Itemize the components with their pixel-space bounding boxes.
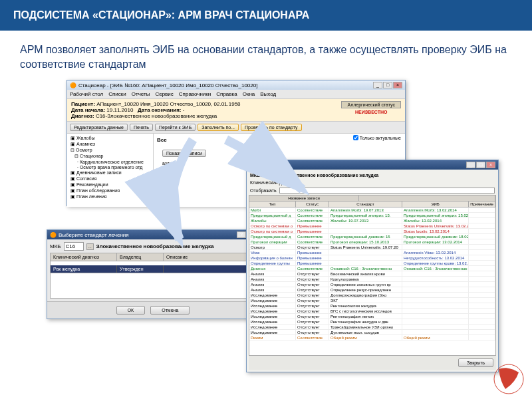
dialog-table-header: Клинический диагноз Владелец Описание: [50, 253, 256, 261]
select-standard-dialog: 🟠Выберите стандарт лечения ?× МКБ ... Зл…: [47, 229, 259, 319]
menu-item[interactable]: Окна: [243, 91, 255, 97]
fill-button[interactable]: Заполнить по...: [198, 124, 239, 131]
check-table-row[interactable]: Информация о болезнПревышениеНетрудоспос…: [249, 255, 495, 261]
minimize-button[interactable]: _: [373, 82, 382, 88]
print-button[interactable]: Печать: [130, 124, 153, 131]
goto-button[interactable]: Перейти к ЭИБ: [155, 124, 196, 131]
check-table-row[interactable]: РежимСоответствиеОбщий режимОбщий режим: [249, 335, 495, 340]
mkb-name: Злокачественное новообразование желудка: [96, 243, 214, 249]
close-button[interactable]: Закрыть: [458, 358, 493, 367]
check-table-row[interactable]: ИсследованиеОтсутствуетДоплерэхокардиогр…: [249, 293, 495, 298]
check-button[interactable]: Проверить по стандарту: [241, 124, 301, 131]
menu-item[interactable]: Справочники: [179, 91, 211, 97]
check-table-row[interactable]: Осмотр по системам оПревышениеStatus loc…: [249, 229, 495, 234]
allergy-status: НЕИЗВЕСТНО: [341, 110, 401, 114]
titlebar: 🟠 Стационар - [ЭИБ №160: АПациент_10020 …: [67, 80, 405, 90]
mkb-code-input[interactable]: [64, 242, 84, 251]
check-table-row[interactable]: Протокол операцииСоответствиеПротокол оп…: [249, 239, 495, 245]
check-window: 🟠Проверка по _□× МКБ: С16 - Злокачествен…: [246, 160, 499, 372]
close-button[interactable]: ×: [393, 82, 402, 88]
check-table-row[interactable]: ИсследованиеОтсутствуетРентгеноскопия же…: [249, 303, 495, 309]
page-header: ПОДСИСТЕМА «СТАЦИОНАР»: АРМ ВРАЧ СТАЦИОН…: [0, 0, 532, 31]
check-table-row[interactable]: АнализОтсутствуетБиохимический анализ кр…: [249, 271, 495, 277]
check-table-row[interactable]: ИсследованиеОтсутствуетДуплексное иссл. …: [249, 330, 495, 335]
check-min-button[interactable]: _: [466, 162, 475, 168]
check-close-button[interactable]: ×: [486, 162, 495, 168]
check-table-row[interactable]: ИсследованиеОтсутствуетЭКГ: [249, 298, 495, 303]
menu-item[interactable]: Списки: [108, 91, 126, 97]
lookup-icon[interactable]: ...: [86, 243, 94, 250]
cancel-button[interactable]: Отмена: [150, 306, 190, 315]
check-table-row[interactable]: ОсмотрОтсутствуетStatus Praesens Univers…: [249, 245, 495, 250]
maximize-button[interactable]: □: [383, 82, 392, 88]
check-table-row[interactable]: ИсследованиеОтсутствуетВГС с гистологиче…: [249, 309, 495, 314]
mkb-label: МКБ: [50, 243, 61, 249]
check-table-row[interactable]: ИсследованиеОтсутствуетРентгенография ле…: [249, 314, 495, 319]
menu-item[interactable]: Справка: [216, 91, 237, 97]
check-table-row[interactable]: АнализОтсутствуетОпределение основных гр…: [249, 282, 495, 287]
ok-button[interactable]: ОК: [116, 306, 146, 315]
dialog-table-row[interactable]: Рак желудка Утвержден: [50, 265, 256, 273]
menu-bar: Рабочий стол Списки Отчеты Сервис Справо…: [67, 90, 405, 99]
check-max-button[interactable]: □: [476, 162, 485, 168]
action-bar: Редактировать данные Печать Перейти к ЭИ…: [67, 122, 405, 134]
check-table-row[interactable]: Предоперационный дСоответствиеПредоперац…: [249, 234, 495, 239]
menu-item[interactable]: Сервис: [155, 91, 173, 97]
check-table-row[interactable]: VitaeПревышениеAnamnesis Vitae: 13.02.20…: [249, 250, 495, 255]
check-table-row[interactable]: ЖалобыСоответствиеЖалобы: 19.07.2013Жало…: [249, 218, 495, 223]
check-table-row[interactable]: Предоперационный дСоответствиеПредоперац…: [249, 213, 495, 218]
brand-logo: [492, 362, 525, 396]
check-table-row[interactable]: Осмотр по системам оПревышениеStatus Pra…: [249, 223, 495, 229]
check-table-row[interactable]: ДиагнозСоответствиеОсновной: С16 - Злока…: [249, 266, 495, 271]
dialog-title: Выберите стандарт лечения: [59, 232, 129, 238]
filter-input[interactable]: [279, 188, 495, 194]
edit-button[interactable]: Редактировать данные: [70, 124, 128, 131]
check-table-row[interactable]: АнализОтсутствуетОпределение резус-прина…: [249, 287, 495, 293]
only-actual-checkbox[interactable]: Только актуальные: [353, 135, 401, 140]
window-title: Стационар - [ЭИБ №160: АПациент_10020 Им…: [78, 82, 257, 88]
allergy-label: Аллергический статус: [341, 101, 401, 108]
check-table-row[interactable]: MorbiСоответствиеAnamnesis Morbi: 19.07.…: [249, 207, 495, 213]
menu-item[interactable]: Рабочий стол: [70, 91, 103, 97]
check-table-row[interactable]: Определение группыПревышениеОпределение …: [249, 261, 495, 266]
check-mkb-line: МКБ: С16 - Злокачественное новообразован…: [249, 172, 496, 179]
check-table: Название записи Тип Статус Стандарт ЭИБ …: [249, 195, 496, 356]
dialog-icon: 🟠: [50, 232, 57, 238]
app-icon: 🟠: [70, 82, 76, 88]
check-title: Проверка по: [258, 162, 289, 168]
dialog-help-button[interactable]: ?: [237, 231, 246, 238]
check-table-row[interactable]: ИсследованиеОтсутствуетТрансабдоминально…: [249, 325, 495, 330]
col-group-record: Название записи: [249, 196, 359, 201]
menu-item[interactable]: Отчеты: [132, 91, 150, 97]
patient-info: Пациент: АПациент_10020 Имя_10020 Отчест…: [67, 99, 405, 122]
check-table-row[interactable]: АнализОтсутствуетКоагулограмма: [249, 277, 495, 282]
menu-item[interactable]: Выход: [260, 91, 276, 97]
check-table-row[interactable]: ИсследованиеОтсутствуетРентгенография же…: [249, 319, 495, 325]
tree-panel[interactable]: ▣ Жалобы ▣ Анамнез ⊟ Осмотр ⊟ Стационар …: [67, 134, 154, 207]
check-icon: 🟠: [249, 162, 256, 168]
show-records-button[interactable]: Показать записи: [162, 150, 206, 157]
page-description: АРМ позволяет заполнять ЭИБ на основании…: [0, 31, 532, 79]
